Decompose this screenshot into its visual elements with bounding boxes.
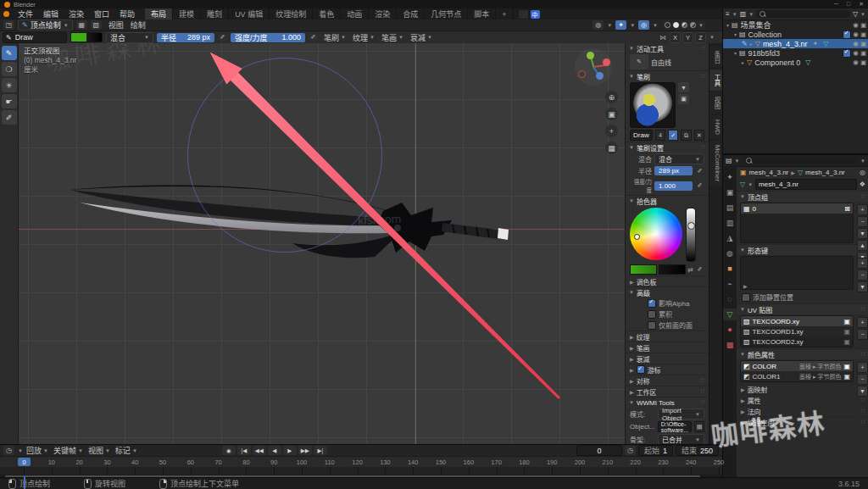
data-name-field[interactable]: mesh_4_3.nr [755,179,857,190]
mirror-x-toggle[interactable]: X [670,32,681,43]
blend-dropdown[interactable]: 混合 ▼ [106,32,153,43]
viewport-menu-绘制[interactable]: 绘制 [127,19,149,31]
secondary-color-field[interactable] [659,264,686,275]
unlink-brush-button[interactable]: ✕ [694,130,704,141]
camera-icon[interactable]: ▣ [843,373,850,381]
workspace-tab-合成[interactable]: 合成 [397,8,425,19]
outliner-row-Component 0[interactable]: ▸▽Component 0▽◉▣ [723,58,868,67]
color-attribute-menu-button[interactable]: ▼ [857,386,868,397]
radius-slider[interactable]: 半径 289 px [157,33,214,42]
secondary-color-swatch[interactable] [86,33,102,42]
color-attribute-row[interactable]: ◩COLOR1面棱 ▸ 字节颜色▣ [741,371,853,381]
vertex-group-row[interactable]: ▦0⊠ [741,203,853,214]
strength-slider[interactable]: 强度/力度 1.000 [231,33,305,42]
add-workspace-button[interactable]: + [496,8,513,19]
tool-draw[interactable]: ✎ [2,46,17,60]
menu-渲染[interactable]: 渲染 [64,8,89,19]
menu-窗口[interactable]: 窗口 [89,8,114,19]
value-slider[interactable] [686,208,696,262]
eye-icon[interactable]: ◉ [853,58,859,66]
properties-tab-output[interactable]: ▤ [723,202,737,214]
next-keyframe-button[interactable]: ▶▶ [298,446,312,455]
uv-map-row[interactable]: ▧TEXCOORD1.xy▣ [741,326,853,336]
workspace-tab-渲染[interactable]: 渲染 [369,8,397,19]
workspace-tab-动画[interactable]: 动画 [341,8,369,19]
outliner-row-Collection[interactable]: ▾▤Collection◉▣ [723,30,868,39]
mirror-z-toggle[interactable]: Z [695,32,706,43]
brush-dropdown-icon[interactable]: ▼ [678,82,689,92]
properties-tab-material[interactable]: ● [723,324,737,336]
blender-menu-icon[interactable] [3,11,9,17]
uv-map-add-button[interactable]: + [857,317,868,328]
properties-tab-view-layer[interactable]: ▥ [723,217,737,229]
chevron-down-icon[interactable]: ▼ [698,23,704,28]
expand-caret[interactable]: ▸ [750,41,753,47]
shield-icon[interactable]: ❖ [860,181,865,188]
workspace-tab-布局[interactable]: 布局 [145,8,173,19]
properties-tab-object-data[interactable]: ▽ [723,308,737,320]
vertex-group-up-button[interactable]: ▲ [857,240,868,251]
tool-blur[interactable]: ❍ [2,62,17,76]
panel-palette[interactable]: ▶调色板 [626,275,709,286]
brush-selector[interactable]: ✎ Draw [3,32,67,43]
pin-icon[interactable]: ◎ [860,169,865,176]
workspace-tab-建模[interactable]: 建模 [173,8,201,19]
tool-annotate[interactable]: ✐ [2,110,17,125]
panel-法向[interactable]: ▶法向∷ [737,405,868,416]
gizmo-y-axis[interactable] [587,52,594,59]
timeline-track[interactable] [0,467,722,475]
checkbox-仅前面的面[interactable] [648,321,656,330]
keying-record-button[interactable]: ◉ [222,446,236,455]
panel-color-picker[interactable]: ▼拾色器 [626,195,709,206]
workspace-tab-UV 编辑[interactable]: UV 编辑 [229,8,270,19]
panel-衰减[interactable]: ▶衰减 [626,353,709,364]
panel-笔画[interactable]: ▶笔画 [626,342,709,353]
uv-map-remove-button[interactable]: − [857,329,868,340]
chevron-down-icon[interactable]: ▼ [860,158,865,164]
camera-icon[interactable]: ▣ [843,363,850,370]
camera-icon[interactable]: ▣ [860,21,866,29]
timeline-menu-标记[interactable]: 标记▼ [115,445,137,456]
vertex-group-menu-button[interactable]: ▼ [857,228,868,239]
panel-color-attributes[interactable]: ▼颜色属性∷ [737,348,868,359]
rendered-shading-icon[interactable] [690,22,696,28]
minimize-button[interactable]: ─ [834,1,838,8]
face-mask-toggle[interactable]: ▧ [91,20,102,30]
add-rest-position-checkbox[interactable] [742,293,750,302]
frame-end-field[interactable]: 结束250 [676,445,719,456]
outliner-row-918b5fd3[interactable]: ▾▤918b5fd3◉▣ [723,48,868,58]
menu-帮助[interactable]: 帮助 [114,8,140,19]
vertex-group-remove-button[interactable]: − [857,216,868,227]
panel-纹理空间[interactable]: ▶纹理空间∷ [737,416,868,427]
current-frame-field[interactable]: 0 [576,445,622,456]
breadcrumb-data[interactable]: mesh_4_3.nr [805,169,845,176]
camera-icon[interactable]: ▣ [860,31,866,38]
popover-笔刷[interactable]: 笔刷▼ [321,32,348,43]
checkbox-游标[interactable] [637,365,645,374]
workspace-tab-几何节点[interactable]: 几何节点 [425,8,468,19]
prev-keyframe-button[interactable]: ◀◀ [253,446,266,455]
sidebar-tab-MoCombiner[interactable]: MoCombiner [709,141,722,186]
duplicate-brush-button[interactable]: ⧉ [681,130,691,141]
strength-pressure-icon[interactable]: ✐ [309,33,318,42]
eye-icon[interactable]: ◉ [853,31,859,38]
playhead[interactable]: 0 [18,458,31,466]
panel-workspace[interactable]: ▶工作区∷ [626,386,709,397]
camera-icon[interactable]: ▣ [860,40,866,47]
collection-filter-icon[interactable]: ▥ [740,10,747,18]
color-wheel-cursor[interactable] [634,234,640,240]
display-mode-icon[interactable]: ≡ [726,10,730,18]
editor-type-icon[interactable]: ◳ [3,20,14,30]
play-button[interactable]: ▶ [283,446,297,455]
shape-key-add-button[interactable]: + [857,258,868,269]
panel-游标[interactable]: ▶游标 [626,364,709,375]
wwmi-skeleton-dropdown[interactable]: 已合并▼ [658,434,704,444]
properties-tab-texture[interactable]: ▩ [723,339,737,351]
brush-preview[interactable] [630,82,676,128]
color-swatch-pair[interactable] [70,32,103,42]
color-attribute-row[interactable]: ◩COLOR面棱 ▸ 字节颜色▣ [741,361,853,371]
wireframe-shading-icon[interactable] [665,22,670,28]
properties-editor-icon[interactable]: ▤ [726,157,732,164]
jump-start-button[interactable]: |◀ [237,446,251,455]
strength-slider-sidebar[interactable]: 1.000 [654,181,693,191]
